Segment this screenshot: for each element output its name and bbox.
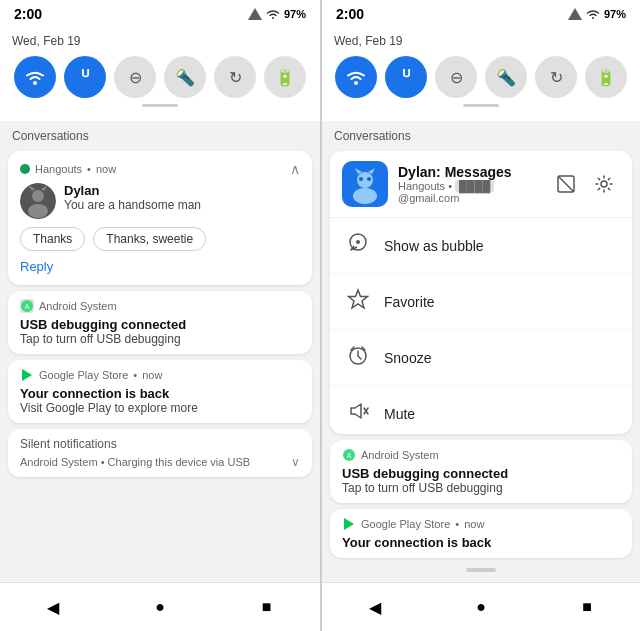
flashlight-toggle-left[interactable]: 🔦 — [164, 56, 206, 98]
wifi-icon-right — [586, 8, 600, 20]
sync-toggle-left[interactable]: ↻ — [214, 56, 256, 98]
play-notif-msg-left: Visit Google Play to explore more — [20, 401, 300, 415]
bluetooth-toggle-left[interactable]: ᵁ — [64, 56, 106, 98]
play-time-left: now — [142, 369, 162, 381]
favorite-item[interactable]: Favorite — [330, 274, 632, 330]
reply-thanks[interactable]: Thanks — [20, 227, 85, 251]
expanded-notif-title: Dylan: Messages — [398, 164, 540, 180]
favorite-label: Favorite — [384, 294, 435, 310]
play-app-row-right: Google Play Store • now — [342, 517, 620, 531]
svg-point-17 — [359, 177, 363, 181]
status-bar-right: 2:00 97% — [322, 0, 640, 26]
silent-section-left: Silent notifications Android System • Ch… — [8, 429, 312, 477]
snooze-item[interactable]: Snooze — [330, 330, 632, 386]
mute-label: Mute — [384, 406, 415, 422]
silent-expand-icon[interactable]: ∨ — [291, 455, 300, 469]
play-dot-right: • — [455, 518, 459, 530]
notif-mute-icon[interactable] — [550, 168, 582, 200]
expand-icon-left[interactable]: ∧ — [290, 161, 300, 177]
silent-item-text: Android System • Charging this device vi… — [20, 456, 250, 468]
android-icon-right: A — [342, 448, 356, 462]
battery-toggle-right[interactable]: 🔋 — [585, 56, 627, 98]
quick-settings-right: Wed, Feb 19 ᵁ ⊖ 🔦 ↻ 🔋 — [322, 26, 640, 121]
expanded-notif-subtitle: Hangouts • ████ @gmail.com — [398, 180, 540, 204]
hangouts-time-val: now — [96, 163, 116, 175]
hangouts-app-row: Hangouts • now — [20, 163, 116, 175]
battery-text-right: 97% — [604, 8, 626, 20]
home-button-right[interactable]: ● — [467, 593, 495, 621]
mute-item[interactable]: Mute — [330, 386, 632, 434]
email-hidden: ████ — [455, 180, 494, 192]
wifi-icon-left — [266, 8, 280, 20]
android-system-notif-left[interactable]: A Android System USB debugging connected… — [8, 291, 312, 354]
svg-point-3 — [32, 190, 44, 202]
bluetooth-toggle-right[interactable]: ᵁ — [385, 56, 427, 98]
date-right: Wed, Feb 19 — [334, 34, 402, 48]
home-button-left[interactable]: ● — [146, 593, 174, 621]
wifi-toggle-left[interactable] — [14, 56, 56, 98]
hangouts-notif-header: Hangouts • now ∧ — [20, 161, 300, 177]
hangouts-notif-text: Dylan You are a handsome man — [64, 183, 300, 212]
reply-thanks-sweetie[interactable]: Thanks, sweetie — [93, 227, 206, 251]
silent-item-left: Android System • Charging this device vi… — [20, 455, 300, 469]
svg-point-1 — [33, 81, 37, 85]
flashlight-toggle-right[interactable]: 🔦 — [485, 56, 527, 98]
play-notif-title-left: Your connection is back — [20, 386, 300, 401]
wifi-toggle-right[interactable] — [335, 56, 377, 98]
battery-toggle-left[interactable]: 🔋 — [264, 56, 306, 98]
battery-text-left: 97% — [284, 8, 306, 20]
wifi-qs-icon — [25, 69, 45, 85]
svg-point-11 — [354, 81, 358, 85]
dnd-toggle-right[interactable]: ⊖ — [435, 56, 477, 98]
left-panel: 2:00 97% Wed, Feb 19 — [0, 0, 320, 631]
dnd-toggle-left[interactable]: ⊖ — [114, 56, 156, 98]
expanded-notif-actions — [550, 168, 620, 200]
svg-point-21 — [601, 181, 607, 187]
reply-button[interactable]: Reply — [20, 259, 53, 274]
sender-name: Dylan — [64, 183, 300, 198]
play-app-name-right: Google Play Store — [361, 518, 450, 530]
quick-replies: Thanks Thanks, sweetie — [20, 227, 300, 251]
svg-line-20 — [558, 176, 574, 192]
hangouts-app-icon — [20, 164, 30, 174]
show-as-bubble-item[interactable]: Show as bubble — [330, 218, 632, 274]
snooze-label: Snooze — [384, 350, 431, 366]
hangouts-notif-content: Dylan You are a handsome man — [20, 183, 300, 219]
quick-settings-left: Wed, Feb 19 ᵁ ⊖ 🔦 ↻ 🔋 — [0, 26, 320, 121]
wifi-qs-icon-right — [346, 69, 366, 85]
play-store-notif-right[interactable]: Google Play Store • now Your connection … — [330, 509, 632, 558]
android-app-name-right: Android System — [361, 449, 439, 461]
show-as-bubble-label: Show as bubble — [384, 238, 484, 254]
android-system-notif-right[interactable]: A Android System USB debugging connected… — [330, 440, 632, 503]
favorite-icon — [346, 288, 370, 315]
back-button-right[interactable]: ◀ — [361, 593, 389, 621]
dylan-avatar-right — [342, 161, 388, 207]
svg-point-14 — [353, 188, 377, 204]
hangouts-notif-card[interactable]: Hangouts • now ∧ — [8, 151, 312, 285]
play-app-name-left: Google Play Store — [39, 369, 128, 381]
time-right: 2:00 — [336, 6, 364, 22]
time-left: 2:00 — [14, 6, 42, 22]
play-time-right: now — [464, 518, 484, 530]
expanded-notif-card[interactable]: Dylan: Messages Hangouts • ████ @gmail.c… — [330, 151, 632, 434]
android-notif-title-left: USB debugging connected — [20, 317, 300, 332]
snooze-icon — [346, 344, 370, 371]
status-icons-right: 97% — [568, 8, 626, 20]
svg-marker-10 — [568, 8, 582, 20]
svg-text:A: A — [25, 303, 30, 310]
right-panel: 2:00 97% Wed, Feb 19 — [320, 0, 640, 631]
conversations-label-left: Conversations — [8, 127, 312, 145]
sync-toggle-right[interactable]: ↻ — [535, 56, 577, 98]
recent-button-left[interactable]: ■ — [253, 593, 281, 621]
notifications-left: Conversations Hangouts • now ∧ — [0, 121, 320, 582]
date-left: Wed, Feb 19 — [12, 34, 80, 48]
android-notif-msg-right: Tap to turn off USB debugging — [342, 481, 620, 495]
qs-date-row-left: Wed, Feb 19 — [12, 34, 308, 48]
signal-icon-right — [568, 8, 582, 20]
play-store-notif-left[interactable]: Google Play Store • now Your connection … — [8, 360, 312, 423]
settings-icon[interactable] — [588, 168, 620, 200]
recent-button-right[interactable]: ■ — [573, 593, 601, 621]
back-button-left[interactable]: ◀ — [39, 593, 67, 621]
qs-icons-left: ᵁ ⊖ 🔦 ↻ 🔋 — [12, 56, 308, 98]
status-icons-left: 97% — [248, 8, 306, 20]
